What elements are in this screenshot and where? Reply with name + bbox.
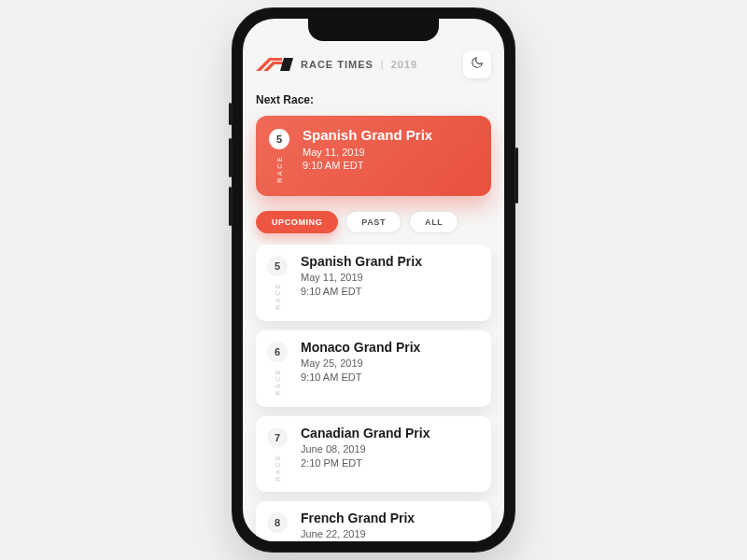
theme-toggle-button[interactable] bbox=[463, 50, 491, 78]
app-content: RACE TIMES | 2019 Next Race: 5 RACE Span… bbox=[243, 19, 504, 541]
race-vertical-label: RACE bbox=[275, 368, 281, 396]
race-info: French Grand Prix June 22, 2019 9:10 AM … bbox=[301, 511, 415, 541]
race-list: 5 RACE Spanish Grand Prix May 11, 2019 9… bbox=[256, 245, 491, 541]
f1-logo-icon bbox=[256, 58, 293, 71]
next-race-label: Next Race: bbox=[256, 93, 491, 106]
race-number-badge: 6 bbox=[267, 342, 288, 362]
race-number-badge: 5 bbox=[269, 129, 289, 149]
race-number-badge: 5 bbox=[267, 256, 288, 276]
race-vertical-label: RACE bbox=[275, 282, 281, 310]
phone-notch bbox=[308, 19, 439, 41]
race-number-badge: 7 bbox=[267, 427, 288, 448]
next-race-card[interactable]: 5 RACE Spanish Grand Prix May 11, 2019 9… bbox=[256, 116, 491, 196]
race-date: May 25, 2019 bbox=[301, 357, 420, 369]
phone-side-button bbox=[229, 103, 232, 125]
race-number-column: 5 RACE bbox=[267, 254, 288, 310]
race-vertical-label: RACE bbox=[275, 454, 281, 482]
race-time: 9:10 AM EDT bbox=[303, 160, 432, 171]
race-info: Monaco Grand Prix May 25, 2019 9:10 AM E… bbox=[301, 340, 420, 396]
race-number-column: 5 RACE bbox=[269, 127, 289, 183]
season-year: 2019 bbox=[391, 59, 417, 70]
race-date: June 08, 2019 bbox=[301, 443, 430, 455]
phone-side-button bbox=[515, 147, 518, 203]
race-list-item[interactable]: 5 RACE Spanish Grand Prix May 11, 2019 9… bbox=[256, 245, 491, 321]
moon-icon bbox=[471, 56, 484, 73]
race-date: June 22, 2019 bbox=[301, 528, 415, 539]
race-name: Canadian Grand Prix bbox=[301, 426, 430, 441]
race-list-item[interactable]: 8 RACE French Grand Prix June 22, 2019 9… bbox=[256, 501, 491, 541]
race-date: May 11, 2019 bbox=[301, 272, 422, 283]
filter-tabs: UPCOMING PAST ALL bbox=[256, 211, 491, 233]
phone-side-button bbox=[229, 187, 232, 226]
race-info: Spanish Grand Prix May 11, 2019 9:10 AM … bbox=[301, 254, 422, 310]
race-name: French Grand Prix bbox=[301, 511, 415, 525]
race-time: 9:10 AM EDT bbox=[301, 371, 420, 383]
race-vertical-label: RACE bbox=[275, 539, 281, 541]
race-name: Spanish Grand Prix bbox=[301, 254, 422, 269]
app-header: RACE TIMES | 2019 bbox=[256, 50, 491, 78]
tab-upcoming[interactable]: UPCOMING bbox=[256, 211, 338, 233]
race-date: May 11, 2019 bbox=[303, 147, 432, 158]
phone-screen: RACE TIMES | 2019 Next Race: 5 RACE Span… bbox=[243, 19, 504, 541]
race-number-column: 6 RACE bbox=[267, 340, 288, 396]
svg-marker-2 bbox=[280, 58, 293, 71]
race-vertical-label: RACE bbox=[276, 155, 283, 183]
race-time: 9:10 AM EDT bbox=[301, 286, 422, 297]
phone-frame: RACE TIMES | 2019 Next Race: 5 RACE Span… bbox=[232, 7, 515, 553]
race-list-item[interactable]: 7 RACE Canadian Grand Prix June 08, 2019… bbox=[256, 416, 491, 493]
race-name: Monaco Grand Prix bbox=[301, 340, 420, 355]
race-time: 2:10 PM EDT bbox=[301, 457, 430, 469]
race-number-column: 8 RACE bbox=[267, 511, 288, 541]
tab-past[interactable]: PAST bbox=[345, 211, 402, 233]
header-divider: | bbox=[381, 59, 384, 70]
race-number-badge: 8 bbox=[267, 512, 288, 533]
race-name: Spanish Grand Prix bbox=[303, 127, 432, 143]
phone-side-button bbox=[229, 138, 232, 177]
race-info: Spanish Grand Prix May 11, 2019 9:10 AM … bbox=[303, 127, 432, 183]
race-number-column: 7 RACE bbox=[267, 426, 288, 482]
race-info: Canadian Grand Prix June 08, 2019 2:10 P… bbox=[301, 426, 430, 482]
tab-all[interactable]: ALL bbox=[409, 211, 458, 233]
app-title: RACE TIMES bbox=[301, 59, 374, 70]
race-list-item[interactable]: 6 RACE Monaco Grand Prix May 25, 2019 9:… bbox=[256, 330, 491, 407]
